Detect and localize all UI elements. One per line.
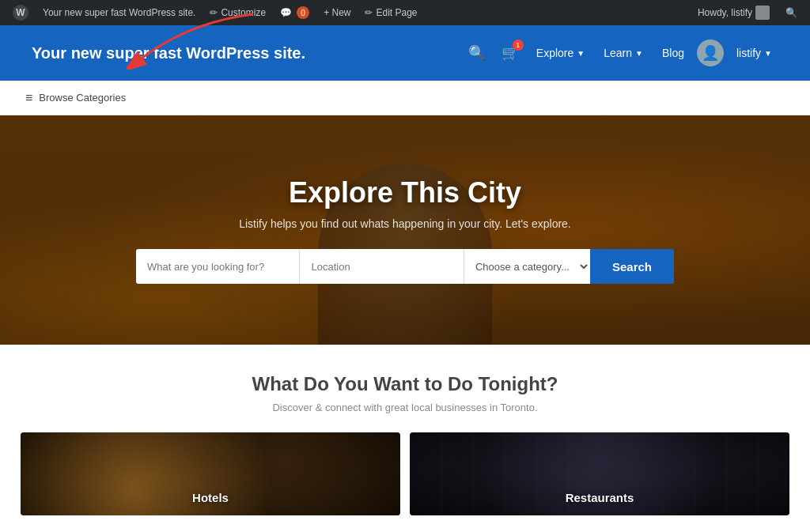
admin-bar-left: W Your new super fast WordPress site. ✏ …: [6, 0, 691, 25]
user-avatar: 👤: [697, 40, 724, 66]
howdy-text: Howdy, listify: [698, 7, 752, 18]
search-button-label: Search: [612, 260, 652, 274]
site-name-link[interactable]: Your new super fast WordPress site.: [36, 0, 202, 25]
new-link[interactable]: + New: [317, 0, 357, 25]
explore-nav-link[interactable]: Explore ▼: [530, 42, 591, 64]
secondary-nav: ≡ Browse Categories: [0, 81, 810, 115]
learn-label: Learn: [604, 47, 632, 59]
looking-for-input[interactable]: [136, 249, 299, 284]
edit-page-link[interactable]: ✏ Edit Page: [358, 0, 423, 25]
comments-icon: 💬: [280, 7, 292, 18]
location-input[interactable]: [299, 249, 463, 284]
tonight-section: What Do You Want to Do Tonight? Discover…: [0, 345, 810, 432]
user-label: listify: [736, 47, 761, 59]
customize-icon: ✏: [210, 7, 218, 18]
explore-chevron: ▼: [577, 49, 585, 58]
hero-content: Explore This City Listify helps you find…: [0, 176, 810, 284]
cart-button[interactable]: 🛒 1: [497, 40, 524, 66]
user-chevron: ▼: [764, 49, 772, 58]
search-icon: 🔍: [468, 44, 486, 62]
blog-label: Blog: [662, 47, 684, 59]
avatar-icon: 👤: [702, 44, 719, 62]
admin-search-icon: 🔍: [785, 7, 797, 18]
hero-section: Explore This City Listify helps you find…: [0, 115, 810, 345]
category-grid: Hotels Restaurants: [0, 432, 810, 515]
learn-nav-link[interactable]: Learn ▼: [597, 42, 649, 64]
header-nav: 🔍 🛒 1 Explore ▼ Learn ▼ Blog 👤 listify ▼: [464, 40, 778, 66]
customize-link[interactable]: ✏ Customize: [203, 0, 272, 25]
learn-chevron: ▼: [635, 49, 643, 58]
admin-avatar: [755, 6, 770, 20]
browse-categories-label: Browse Categories: [39, 92, 126, 104]
restaurants-card-label: Restaurants: [410, 491, 789, 504]
site-name-text: Your new super fast WordPress site.: [43, 7, 195, 18]
hero-search-bar: Choose a category... Search: [136, 249, 674, 284]
hotels-card[interactable]: Hotels: [21, 432, 400, 515]
comments-badge: 0: [297, 6, 309, 19]
edit-page-icon: ✏: [365, 7, 373, 18]
search-submit-button[interactable]: Search: [590, 249, 674, 284]
site-title: Your new super fast WordPress site.: [32, 44, 305, 62]
admin-search-button[interactable]: 🔍: [779, 0, 804, 25]
blog-nav-link[interactable]: Blog: [656, 42, 691, 64]
hotels-card-label: Hotels: [21, 491, 400, 504]
tonight-title: What Do You Want to Do Tonight?: [16, 373, 794, 395]
browse-categories-button[interactable]: ≡ Browse Categories: [16, 85, 135, 111]
hamburger-icon: ≡: [25, 91, 32, 105]
wordpress-logo: W: [13, 5, 28, 21]
hero-title: Explore This City: [0, 176, 810, 209]
restaurants-card[interactable]: Restaurants: [410, 432, 789, 515]
edit-page-label: Edit Page: [376, 7, 417, 18]
comments-link[interactable]: 💬 0: [274, 0, 316, 25]
category-select[interactable]: Choose a category...: [464, 249, 590, 284]
tonight-subtitle: Discover & connect with great local busi…: [16, 402, 794, 413]
user-menu-button[interactable]: listify ▼: [730, 42, 778, 64]
site-header: Your new super fast WordPress site. 🔍 🛒 …: [0, 25, 810, 81]
cart-count: 1: [513, 40, 524, 51]
new-label: + New: [324, 7, 350, 18]
search-button[interactable]: 🔍: [464, 40, 490, 66]
customize-label: Customize: [221, 7, 266, 18]
wp-logo-button[interactable]: W: [6, 0, 35, 25]
admin-bar-right: Howdy, listify 🔍: [691, 0, 804, 25]
howdy-link[interactable]: Howdy, listify: [691, 0, 776, 25]
hero-subtitle: Listify helps you find out whats happeni…: [0, 217, 810, 230]
explore-label: Explore: [536, 47, 573, 59]
admin-bar: W Your new super fast WordPress site. ✏ …: [0, 0, 810, 25]
